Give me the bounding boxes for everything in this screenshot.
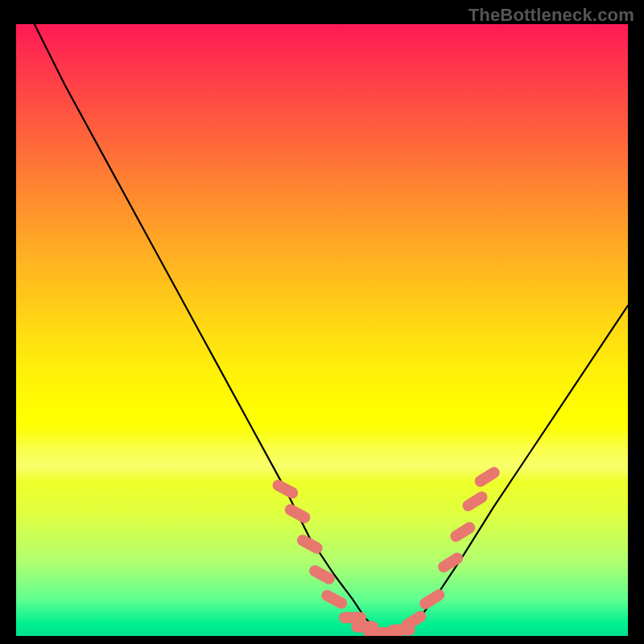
chart-container: TheBottleneck.com [0,0,644,644]
marker-point [436,551,464,575]
watermark-text: TheBottleneck.com [469,5,634,26]
marker-point [473,464,502,489]
marker-point [460,489,489,514]
marker-point [418,587,447,611]
marker-point [320,588,349,610]
bottleneck-curve [35,24,628,636]
marker-point [270,477,300,500]
marker-point [283,502,312,525]
marker-point [308,564,337,586]
plot-area [16,24,628,636]
curve-svg [16,24,628,636]
